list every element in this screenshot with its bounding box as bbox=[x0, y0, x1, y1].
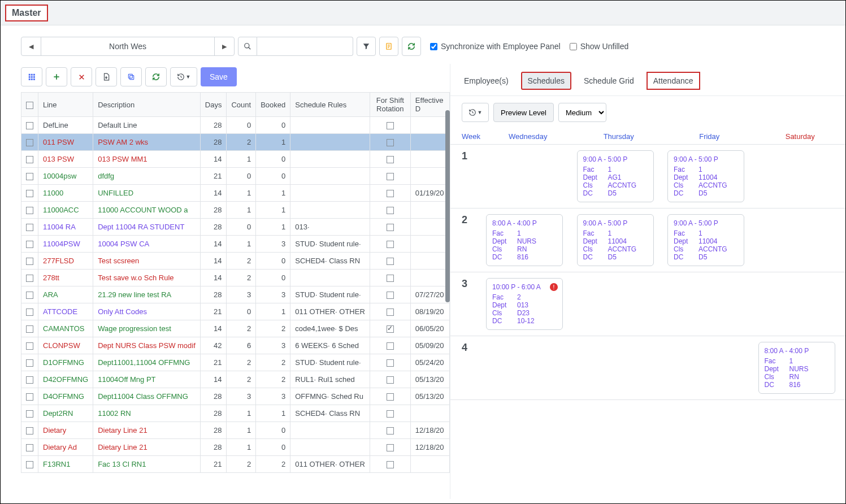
tab-employee-s-[interactable]: Employee(s) bbox=[462, 73, 511, 89]
schedule-card[interactable]: 8:00 A - 4:00 PFac1DeptNURSClsRNDC816 bbox=[758, 342, 835, 394]
rotation-checkbox[interactable] bbox=[387, 139, 394, 146]
row-checkbox[interactable] bbox=[26, 156, 33, 163]
schedule-card[interactable]: 9:00 A - 5:00 PFac1Dept11004ClsACCNTGDCD… bbox=[667, 150, 744, 202]
table-row[interactable]: 278ttTest save w.o Sch Rule1420 bbox=[21, 270, 450, 286]
row-checkbox[interactable] bbox=[26, 393, 33, 401]
rotation-checkbox[interactable] bbox=[387, 342, 394, 350]
rotation-checkbox[interactable] bbox=[387, 224, 394, 231]
grid-header[interactable]: Days bbox=[200, 93, 227, 117]
scrollbar[interactable] bbox=[445, 110, 450, 302]
search-input[interactable] bbox=[257, 37, 353, 56]
table-row[interactable]: CAMANTOSWage progression test1422code4,1… bbox=[21, 320, 450, 337]
sync-button[interactable] bbox=[402, 37, 421, 56]
grid-header[interactable]: Booked bbox=[256, 93, 290, 117]
lines-grid[interactable]: LineDescriptionDaysCountBookedSchedule R… bbox=[21, 92, 450, 499]
row-checkbox[interactable] bbox=[26, 190, 33, 197]
grid-header[interactable]: Effective D bbox=[410, 93, 449, 117]
row-checkbox[interactable] bbox=[26, 427, 33, 435]
rotation-checkbox[interactable] bbox=[387, 376, 394, 384]
row-checkbox[interactable] bbox=[26, 410, 33, 418]
row-checkbox[interactable] bbox=[26, 224, 33, 231]
rotation-checkbox[interactable] bbox=[387, 275, 394, 282]
table-row[interactable]: DefLineDefault Line2800 bbox=[21, 117, 450, 134]
sync-checkbox-label[interactable]: Synchronize with Employee Panel bbox=[430, 42, 561, 51]
row-checkbox[interactable] bbox=[26, 258, 33, 265]
tab-schedule-grid[interactable]: Schedule Grid bbox=[582, 73, 636, 89]
save-button[interactable]: Save bbox=[201, 67, 237, 86]
history-button[interactable]: ▼ bbox=[170, 67, 197, 86]
rotation-checkbox[interactable] bbox=[387, 359, 394, 367]
row-checkbox[interactable] bbox=[26, 342, 33, 350]
rotation-checkbox[interactable] bbox=[387, 325, 394, 333]
copy-button[interactable] bbox=[120, 67, 142, 86]
schedule-card[interactable]: 8:00 A - 4:00 PFac1DeptNURSClsRNDC816 bbox=[486, 214, 563, 266]
table-row[interactable]: F13RN1Fac 13 Cl RN12122011 OTHER· OTHER bbox=[21, 456, 450, 473]
row-checkbox[interactable] bbox=[26, 139, 33, 146]
row-checkbox[interactable] bbox=[26, 325, 33, 333]
rotation-checkbox[interactable] bbox=[387, 207, 394, 214]
table-row[interactable]: 11000ACC11000 ACCOUNT WOOD a2811 bbox=[21, 202, 450, 219]
row-checkbox[interactable] bbox=[26, 309, 33, 316]
preview-level-select[interactable]: Medium bbox=[558, 103, 606, 122]
rotation-checkbox[interactable] bbox=[387, 444, 394, 451]
rotation-checkbox[interactable] bbox=[387, 393, 394, 401]
grid-header[interactable]: Description bbox=[93, 93, 201, 117]
table-row[interactable]: CLONPSWDept NURS Class PSW modif42636 WE… bbox=[21, 337, 450, 354]
row-checkbox[interactable] bbox=[26, 376, 33, 384]
rotation-checkbox[interactable] bbox=[387, 427, 394, 435]
schedule-card[interactable]: 9:00 A - 5:00 PFac1Dept11004ClsACCNTGDCD… bbox=[667, 214, 744, 266]
rotation-checkbox[interactable] bbox=[387, 190, 394, 197]
row-checkbox[interactable] bbox=[26, 241, 33, 248]
row-checkbox[interactable] bbox=[26, 359, 33, 367]
site-prev-button[interactable]: ◀ bbox=[21, 37, 41, 55]
table-row[interactable]: D4OFFMNGDept11004 Class OFFMNG2833OFFMNG… bbox=[21, 388, 450, 405]
rotation-checkbox[interactable] bbox=[387, 461, 394, 468]
table-row[interactable]: 11000UNFILLED141101/19/20 bbox=[21, 185, 450, 202]
grid-view-button[interactable] bbox=[21, 67, 42, 86]
search-button[interactable] bbox=[238, 37, 257, 56]
table-row[interactable]: DietaryDietary Line 21281012/18/20 bbox=[21, 422, 450, 439]
tab-schedules[interactable]: Schedules bbox=[521, 72, 571, 90]
rotation-checkbox[interactable] bbox=[387, 258, 394, 265]
row-checkbox[interactable] bbox=[26, 444, 33, 451]
table-row[interactable]: 11004 RADept 11004 RA STUDENT2801013· bbox=[21, 219, 450, 236]
rotation-checkbox[interactable] bbox=[387, 309, 394, 316]
row-checkbox[interactable] bbox=[26, 275, 33, 282]
refresh-button[interactable] bbox=[145, 67, 167, 86]
grid-header[interactable] bbox=[21, 93, 38, 117]
document-button[interactable] bbox=[379, 37, 398, 56]
table-row[interactable]: 11004PSW10004 PSW CA1413STUD· Student ru… bbox=[21, 236, 450, 253]
unfilled-checkbox[interactable] bbox=[570, 43, 577, 50]
tab-attendance[interactable]: Attendance bbox=[647, 72, 700, 90]
row-checkbox[interactable] bbox=[26, 207, 33, 214]
site-next-button[interactable]: ▶ bbox=[215, 37, 234, 55]
table-row[interactable]: 011 PSWPSW AM 2 wks2821 bbox=[21, 134, 450, 151]
preview-level-button[interactable]: Preview Level bbox=[493, 103, 554, 122]
delete-button[interactable] bbox=[71, 67, 92, 86]
schedule-card[interactable]: !10:00 P - 6:00 AFac2Dept013ClsD23DC10-1… bbox=[486, 278, 563, 330]
table-row[interactable]: ATTCODEOnly Att Codes2101011 OTHER· OTHE… bbox=[21, 303, 450, 320]
table-row[interactable]: 10004pswdfdfg2100 bbox=[21, 168, 450, 185]
schedule-card[interactable]: 9:00 A - 5:00 PFac1Dept11004ClsACCNTGDCD… bbox=[577, 214, 654, 266]
grid-header[interactable]: For Shift Rotation bbox=[370, 93, 410, 117]
rotation-checkbox[interactable] bbox=[387, 156, 394, 163]
sync-checkbox[interactable] bbox=[430, 43, 437, 50]
rotation-checkbox[interactable] bbox=[387, 241, 394, 248]
add-button[interactable] bbox=[46, 67, 67, 86]
export-button[interactable] bbox=[96, 67, 117, 86]
table-row[interactable]: Dietary AdDietary Line 21281012/18/20 bbox=[21, 439, 450, 456]
table-row[interactable]: D42OFFMNG11004Off Mng PT1422RUL1· Rul1 s… bbox=[21, 371, 450, 388]
table-row[interactable]: Dept2RN11002 RN2811SCHED4· Class RN bbox=[21, 405, 450, 422]
table-row[interactable]: D1OFFMNGDept11001,11004 OFFMNG2122STUD· … bbox=[21, 354, 450, 371]
row-checkbox[interactable] bbox=[26, 173, 33, 180]
table-row[interactable]: 277FLSDTest scsreen1420SCHED4· Class RN bbox=[21, 253, 450, 270]
row-checkbox[interactable] bbox=[26, 461, 33, 468]
rotation-checkbox[interactable] bbox=[387, 173, 394, 180]
grid-header[interactable]: Count bbox=[227, 93, 256, 117]
rotation-checkbox[interactable] bbox=[387, 292, 394, 299]
site-name[interactable]: North Wes bbox=[41, 37, 215, 55]
rotation-checkbox[interactable] bbox=[387, 122, 394, 129]
schedule-card[interactable]: 9:00 A - 5:00 PFac1DeptAG1ClsACCNTGDCD5 bbox=[577, 150, 654, 202]
grid-header[interactable]: Line bbox=[38, 93, 93, 117]
filter-button[interactable] bbox=[357, 37, 376, 56]
